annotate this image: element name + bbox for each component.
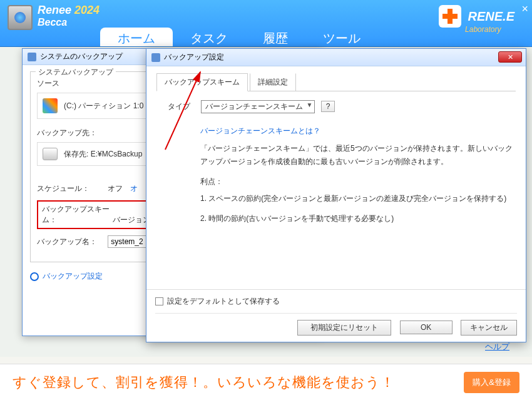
app-title: Renee 2024 Becca	[38, 4, 100, 28]
main-tabs: ホーム タスク 履歴 ツール	[0, 28, 532, 46]
advantage-2: 2. 時間の節約(古いバージョンを手動で処理する必要なし)	[200, 212, 516, 225]
system-backup-title: システムのバックアップ	[40, 51, 123, 62]
backup-settings-body: バックアップスキーム 詳細設定 タイプ バージョンチェーンスキーム ? バージョ…	[146, 66, 526, 342]
backup-name-label: バックアップ名：	[37, 237, 106, 247]
save-default-row[interactable]: 設定をデフォルトとして保存する	[155, 296, 517, 307]
promo-text: すぐ登録して、割引を獲得！。いろいろな機能を使おう！	[13, 373, 464, 392]
scheme-desc-text: 「バージョンチェーンスキーム」では、最近5つのバージョンが保持されます。新しいバ…	[200, 142, 516, 168]
help-button[interactable]: ?	[321, 101, 335, 112]
backup-settings-title: バックアップ設定	[164, 52, 224, 63]
footer: すぐ登録して、割引を獲得！。いろいろな機能を使おう！ 購入&登録	[0, 364, 532, 400]
scheme-value-link[interactable]: バージョン	[113, 215, 150, 224]
dialog-bottom-bar: 設定をデフォルトとして保存する 初期設定にリセット OK キャンセル	[146, 289, 526, 342]
backup-settings-titlebar[interactable]: バックアップ設定 ✕	[146, 49, 526, 66]
ok-button[interactable]: OK	[400, 321, 453, 334]
scheme-description: バージョンチェーンスキームとは？ 「バージョンチェーンスキーム」では、最近5つの…	[200, 125, 516, 225]
save-default-label: 設定をデフォルトとして保存する	[167, 296, 280, 307]
help-link[interactable]: ヘルプ	[485, 341, 509, 352]
app-header: Renee 2024 Becca RENE.E Laboratory × ホーム…	[0, 0, 532, 47]
source-text: (C:) パーティション 1:0 [	[64, 101, 148, 111]
cancel-button[interactable]: キャンセル	[461, 320, 517, 336]
tab-history[interactable]: 履歴	[245, 28, 305, 46]
schedule-off: オフ	[108, 184, 123, 193]
app-year: 2024	[74, 4, 100, 16]
backup-settings-link-text: バックアップ設定	[43, 271, 103, 282]
hdd-icon	[43, 148, 58, 160]
brand-cross-icon	[439, 5, 461, 28]
type-label: タイプ	[168, 101, 199, 112]
scheme-type-select[interactable]: バージョンチェーンスキーム	[201, 100, 315, 113]
settings-subtabs: バックアップスキーム 詳細設定	[156, 73, 516, 91]
app-name: Renee	[38, 4, 71, 16]
save-default-checkbox[interactable]	[155, 297, 163, 305]
brand-text: RENE.E	[468, 9, 514, 24]
tab-task[interactable]: タスク	[173, 28, 245, 46]
advantage-1: 1. スペースの節約(完全バージョンと最新バージョンの差違及び完全バージョンを保…	[200, 192, 516, 205]
backup-settings-dialog: バックアップ設定 ✕ バックアップスキーム 詳細設定 タイプ バージョンチェーン…	[146, 48, 526, 342]
scheme-type-value: バージョンチェーンスキーム	[205, 102, 303, 111]
group-label: システムバックアップ	[36, 67, 116, 78]
app-subtitle: Becca	[38, 17, 100, 28]
subtab-scheme[interactable]: バックアップスキーム	[156, 73, 248, 91]
type-row: タイプ バージョンチェーンスキーム ?	[168, 100, 516, 113]
reset-button[interactable]: 初期設定にリセット	[297, 320, 391, 336]
tab-home[interactable]: ホーム	[100, 28, 173, 46]
buy-register-button[interactable]: 購入&登録	[464, 372, 519, 393]
windows-icon	[43, 98, 58, 113]
tab-tools[interactable]: ツール	[305, 28, 378, 46]
app-logo-icon	[8, 5, 33, 30]
schedule-on-link[interactable]: オ	[130, 184, 138, 193]
close-button[interactable]: ✕	[498, 51, 522, 63]
dialog-buttons: 初期設定にリセット OK キャンセル	[155, 313, 517, 336]
schedule-label: スケジュール：	[37, 183, 106, 194]
subtab-advanced[interactable]: 詳細設定	[250, 73, 296, 91]
dest-text: 保存先: E:¥MCsBackup	[64, 149, 142, 160]
scheme-label: バックアップスキーム：	[42, 204, 111, 225]
app-close-button[interactable]: ×	[521, 3, 528, 16]
advantages-label: 利点：	[200, 175, 516, 188]
dialog-icon	[151, 53, 160, 62]
dialog-icon	[28, 53, 36, 61]
scheme-whatis-link[interactable]: バージョンチェーンスキームとは？	[200, 125, 516, 137]
gear-icon	[30, 272, 39, 281]
